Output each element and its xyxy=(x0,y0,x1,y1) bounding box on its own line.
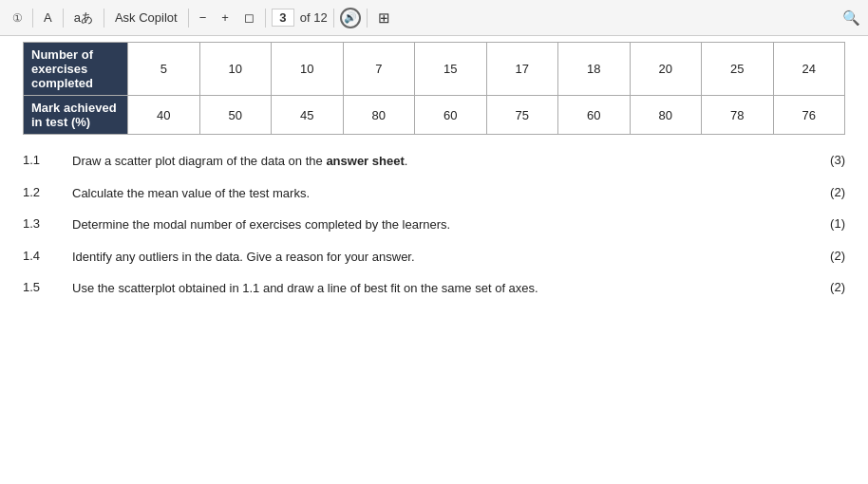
zoom-in-button[interactable]: + xyxy=(217,9,234,27)
divider-6 xyxy=(333,9,334,28)
row-header-1: Mark achieved in test (%) xyxy=(24,96,128,135)
divider-1 xyxy=(32,9,33,28)
cell-r0-c8: 25 xyxy=(702,43,774,96)
cell-r0-c3: 7 xyxy=(343,43,415,96)
ask-copilot-button[interactable]: Ask Copilot xyxy=(110,9,182,27)
table-row-1: Mark achieved in test (%)405045806075608… xyxy=(24,96,845,135)
question-marks-1: (3) xyxy=(811,152,845,167)
question-number-5: 1.5 xyxy=(23,279,72,294)
font-label2[interactable]: aあ xyxy=(69,8,98,28)
page-total: of 12 xyxy=(300,10,328,25)
question-text-2: Calculate the mean value of the test mar… xyxy=(72,184,811,203)
audio-icon[interactable]: 🔊 xyxy=(340,8,361,28)
question-number-4: 1.4 xyxy=(23,248,72,263)
question-text-5: Use the scatterplot obtained in 1.1 and … xyxy=(72,279,811,298)
cell-r0-c4: 15 xyxy=(415,43,487,96)
divider-2 xyxy=(63,9,64,28)
table-row-0: Number of exercises completed51010715171… xyxy=(24,43,845,96)
cell-r1-c4: 60 xyxy=(415,96,487,135)
question-number-1: 1.1 xyxy=(23,152,72,167)
cell-r1-c6: 60 xyxy=(558,96,631,135)
page-number[interactable]: 3 xyxy=(272,9,294,27)
question-number-2: 1.2 xyxy=(23,184,72,199)
divider-5 xyxy=(265,9,266,28)
question-text-4: Identify any outliers in the data. Give … xyxy=(72,248,811,267)
toolbar-right: 🔍 xyxy=(841,9,860,28)
question-number-3: 1.3 xyxy=(23,215,72,231)
cell-r0-c2: 10 xyxy=(272,43,344,96)
fit-button[interactable]: ◻ xyxy=(239,9,259,27)
question-marks-4: (2) xyxy=(811,248,845,263)
cell-r0-c1: 10 xyxy=(199,43,272,96)
question-row-1: 1.1Draw a scatter plot diagram of the da… xyxy=(23,152,845,171)
question-marks-5: (2) xyxy=(811,279,845,294)
divider-4 xyxy=(188,9,189,28)
question-row-3: 1.3Determine the modal number of exercis… xyxy=(23,215,845,234)
question-row-4: 1.4Identify any outliers in the data. Gi… xyxy=(23,248,845,267)
main-content: Number of exercises completed51010715171… xyxy=(0,36,868,321)
question-marks-3: (1) xyxy=(811,215,845,231)
cell-r1-c1: 50 xyxy=(199,96,272,135)
zoom-out-button[interactable]: − xyxy=(195,9,212,27)
search-icon[interactable]: 🔍 xyxy=(841,9,860,28)
cell-r0-c6: 18 xyxy=(558,43,631,96)
cell-r1-c7: 80 xyxy=(630,96,702,135)
question-marks-2: (2) xyxy=(811,184,845,199)
cell-r1-c5: 75 xyxy=(486,96,558,135)
question-text-1: Draw a scatter plot diagram of the data … xyxy=(72,152,811,171)
divider-3 xyxy=(104,9,104,28)
divider-7 xyxy=(367,9,368,28)
doc-icon[interactable]: ① xyxy=(8,9,27,28)
questions-section: 1.1Draw a scatter plot diagram of the da… xyxy=(23,152,845,298)
data-table: Number of exercises completed51010715171… xyxy=(23,42,845,135)
layout-icon[interactable]: ⊞ xyxy=(373,8,395,28)
cell-r1-c8: 78 xyxy=(702,96,774,135)
cell-r0-c5: 17 xyxy=(486,43,558,96)
toolbar: ① A aあ Ask Copilot − + ◻ 3 of 12 🔊 ⊞ 🔍 xyxy=(0,0,868,36)
cell-r1-c3: 80 xyxy=(343,96,415,135)
cell-r0-c0: 5 xyxy=(128,43,200,96)
cell-r1-c9: 76 xyxy=(773,96,845,135)
font-label[interactable]: A xyxy=(39,9,57,27)
cell-r0-c9: 24 xyxy=(773,43,845,96)
row-header-0: Number of exercises completed xyxy=(24,43,128,96)
question-row-5: 1.5Use the scatterplot obtained in 1.1 a… xyxy=(23,279,845,298)
cell-r1-c2: 45 xyxy=(272,96,344,135)
question-text-3: Determine the modal number of exercises … xyxy=(72,215,811,234)
cell-r0-c7: 20 xyxy=(630,43,702,96)
question-row-2: 1.2Calculate the mean value of the test … xyxy=(23,184,845,203)
cell-r1-c0: 40 xyxy=(128,96,200,135)
